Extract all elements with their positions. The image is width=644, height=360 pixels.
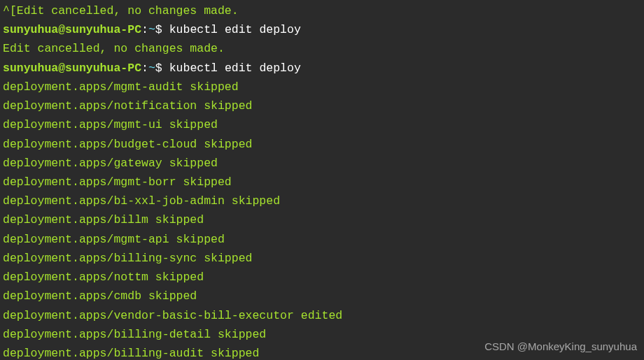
output-text: deployment.apps/notification skipped xyxy=(3,99,252,113)
output-text: deployment.apps/gateway skipped xyxy=(3,157,218,170)
output-text: ^[Edit cancelled, no changes made. xyxy=(3,4,239,17)
terminal-line: deployment.apps/billing-sync skipped xyxy=(3,249,641,268)
terminal-line: deployment.apps/billm skipped xyxy=(3,210,641,229)
terminal-line: deployment.apps/mgmt-audit skipped xyxy=(3,78,641,96)
prompt-separator: : xyxy=(141,62,148,75)
watermark: CSDN @MonkeyKing_sunyuhua xyxy=(484,338,637,356)
terminal-line: deployment.apps/mgmt-api skipped xyxy=(3,230,641,249)
command-text: kubectl edit deploy xyxy=(169,23,301,36)
terminal-line: deployment.apps/budget-cloud skipped xyxy=(3,135,641,154)
output-text: deployment.apps/mgmt-audit skipped xyxy=(3,80,239,94)
prompt-symbol: $ xyxy=(155,62,169,75)
terminal-line: deployment.apps/mgmt-borr skipped xyxy=(3,173,641,192)
terminal-line: deployment.apps/notification skipped xyxy=(3,96,641,115)
output-text: deployment.apps/budget-cloud skipped xyxy=(3,138,252,151)
terminal-line: deployment.apps/mgmt-ui skipped xyxy=(3,115,641,134)
prompt-symbol: $ xyxy=(155,23,169,36)
terminal-line: deployment.apps/vendor-basic-bill-execut… xyxy=(3,306,641,325)
output-text: deployment.apps/vendor-basic-bill-execut… xyxy=(3,309,342,322)
output-text: deployment.apps/nottm skipped xyxy=(3,271,204,284)
terminal-line: deployment.apps/cmdb skipped xyxy=(3,287,641,305)
output-text: deployment.apps/billing-audit skipped xyxy=(3,347,259,360)
output-text: deployment.apps/billing-detail skipped xyxy=(3,328,266,341)
output-text: deployment.apps/bi-xxl-job-admin skipped xyxy=(3,194,280,208)
prompt-user-host: sunyuhua@sunyuhua-PC xyxy=(3,62,141,75)
output-text: deployment.apps/mgmt-ui skipped xyxy=(3,118,218,131)
prompt-path: ~ xyxy=(148,62,155,75)
terminal-line: deployment.apps/gateway skipped xyxy=(3,154,641,173)
prompt-path: ~ xyxy=(148,23,155,36)
output-text: Edit cancelled, no changes made. xyxy=(3,42,225,55)
terminal-line: ^[Edit cancelled, no changes made. xyxy=(3,1,641,20)
prompt-user-host: sunyuhua@sunyuhua-PC xyxy=(3,23,141,36)
terminal-line: deployment.apps/bi-xxl-job-admin skipped xyxy=(3,192,641,210)
output-text: deployment.apps/billm skipped xyxy=(3,213,204,226)
terminal-line: sunyuhua@sunyuhua-PC:~$ kubectl edit dep… xyxy=(3,59,641,78)
output-text: deployment.apps/cmdb skipped xyxy=(3,289,197,303)
command-text: kubectl edit deploy xyxy=(169,62,301,75)
prompt-separator: : xyxy=(141,23,148,36)
terminal-line: Edit cancelled, no changes made. xyxy=(3,39,641,58)
output-text: deployment.apps/mgmt-borr skipped xyxy=(3,175,232,189)
output-text: deployment.apps/billing-sync skipped xyxy=(3,252,252,265)
terminal-line: sunyuhua@sunyuhua-PC:~$ kubectl edit dep… xyxy=(3,20,641,39)
terminal-line: deployment.apps/nottm skipped xyxy=(3,268,641,287)
terminal-output[interactable]: ^[Edit cancelled, no changes made.sunyuh… xyxy=(3,1,641,360)
output-text: deployment.apps/mgmt-api skipped xyxy=(3,233,225,246)
